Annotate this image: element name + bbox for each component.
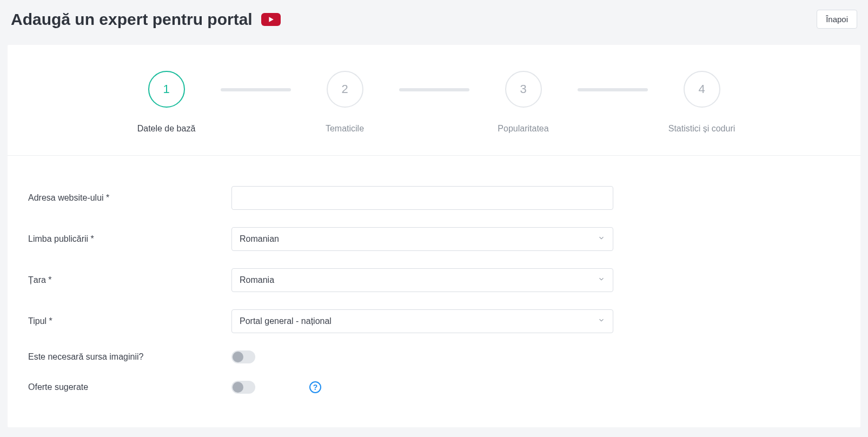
toggle-knob [233, 382, 243, 393]
label-website: Adresa website-ului * [28, 193, 231, 203]
chevron-down-icon [598, 316, 605, 326]
chevron-down-icon [598, 234, 605, 244]
step-circle: 3 [505, 71, 542, 108]
step-circle: 4 [684, 71, 720, 108]
step-label: Datele de bază [137, 124, 196, 134]
toggle-knob [233, 352, 243, 362]
row-suggested-offers: Oferte sugerate ? [28, 381, 840, 394]
step-circle: 1 [148, 71, 185, 108]
website-input[interactable] [231, 186, 613, 210]
page-title: Adaugă un expert pentru portal [11, 10, 253, 29]
page-header: Adaugă un expert pentru portal Înapoi [0, 0, 868, 45]
suggested-offers-toggle[interactable] [231, 381, 255, 394]
svg-marker-0 [269, 17, 273, 22]
language-select[interactable]: Romanian [231, 227, 613, 251]
step-3[interactable]: 3 Popularitatea [469, 71, 578, 134]
row-type: Tipul * Portal general - național [28, 309, 840, 333]
country-value: Romania [240, 275, 274, 285]
language-value: Romanian [240, 234, 279, 244]
image-source-toggle[interactable] [231, 350, 255, 363]
step-connector [399, 88, 469, 91]
help-icon[interactable]: ? [309, 381, 321, 393]
step-connector [578, 88, 648, 91]
form-body: Adresa website-ului * Limba publicării *… [8, 156, 860, 427]
step-1[interactable]: 1 Datele de bază [112, 71, 221, 134]
row-image-source: Este necesară sursa imaginii? [28, 350, 840, 363]
back-button[interactable]: Înapoi [817, 10, 857, 29]
row-language: Limba publicării * Romanian [28, 227, 840, 251]
youtube-icon[interactable] [261, 13, 281, 26]
step-label: Popularitatea [498, 124, 548, 134]
label-type: Tipul * [28, 316, 231, 326]
label-suggested-offers: Oferte sugerate [28, 382, 231, 392]
step-4[interactable]: 4 Statistici și coduri [648, 71, 756, 134]
label-image-source: Este necesară sursa imaginii? [28, 352, 231, 362]
step-2[interactable]: 2 Tematicile [291, 71, 399, 134]
step-circle: 2 [327, 71, 363, 108]
chevron-down-icon [598, 275, 605, 285]
row-country: Țara * Romania [28, 268, 840, 292]
type-select[interactable]: Portal general - național [231, 309, 613, 333]
header-left: Adaugă un expert pentru portal [11, 10, 281, 29]
country-select[interactable]: Romania [231, 268, 613, 292]
step-label: Tematicile [326, 124, 364, 134]
step-connector [221, 88, 291, 91]
type-value: Portal general - național [240, 316, 332, 326]
label-language: Limba publicării * [28, 234, 231, 244]
form-card: 1 Datele de bază 2 Tematicile 3 Populari… [8, 45, 860, 427]
stepper: 1 Datele de bază 2 Tematicile 3 Populari… [8, 71, 860, 156]
step-label: Statistici și coduri [668, 124, 736, 134]
label-country: Țara * [28, 275, 231, 285]
row-website: Adresa website-ului * [28, 186, 840, 210]
